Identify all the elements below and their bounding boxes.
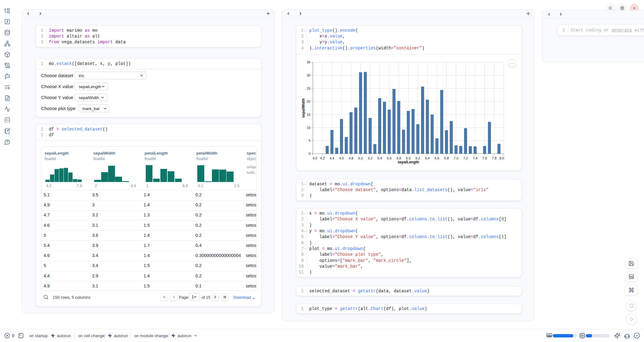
svg-text:6.0: 6.0 [406,156,410,160]
svg-text:6.6: 6.6 [435,156,439,160]
svg-text:0.1: 0.1 [198,184,203,188]
svg-text:5: 5 [309,139,310,142]
svg-text:4.3: 4.3 [46,184,51,188]
svg-text:4.6: 4.6 [339,156,344,160]
svg-text:5.6: 5.6 [387,156,392,160]
svg-text:1: 1 [146,184,148,188]
svg-text:5.2: 5.2 [368,156,372,160]
svg-text:6.4: 6.4 [425,156,430,160]
svg-text:4.4: 4.4 [330,156,334,160]
svg-text:sepalWidth: sepalWidth [301,98,306,118]
svg-text:6.9: 6.9 [183,184,188,188]
svg-text:7.4: 7.4 [473,156,477,160]
svg-text:7.9: 7.9 [77,184,82,188]
svg-text:5.0: 5.0 [358,156,363,160]
svg-text:5.4: 5.4 [377,156,382,160]
svg-text:2: 2 [95,184,97,188]
svg-text:8.0: 8.0 [499,156,504,160]
svg-text:4.4: 4.4 [131,184,136,188]
svg-text:7.8: 7.8 [492,156,496,160]
svg-text:7.2: 7.2 [463,156,468,160]
svg-text:0: 0 [309,152,310,155]
svg-text:6.8: 6.8 [444,156,449,160]
svg-text:15: 15 [307,113,310,116]
svg-text:5.8: 5.8 [396,156,401,160]
svg-text:35: 35 [307,60,310,64]
svg-text:4.8: 4.8 [349,156,353,160]
svg-text:6.2: 6.2 [416,156,420,160]
svg-text:sepalLength: sepalLength [398,160,419,164]
svg-text:7.6: 7.6 [482,156,487,160]
svg-text:30: 30 [307,73,310,77]
svg-text:7.0: 7.0 [454,156,458,160]
svg-text:4.0: 4.0 [313,156,317,160]
svg-text:10: 10 [307,126,310,130]
svg-text:20: 20 [307,100,310,103]
svg-text:2.5: 2.5 [234,184,239,188]
svg-text:25: 25 [307,87,310,90]
svg-text:4.2: 4.2 [320,156,325,160]
